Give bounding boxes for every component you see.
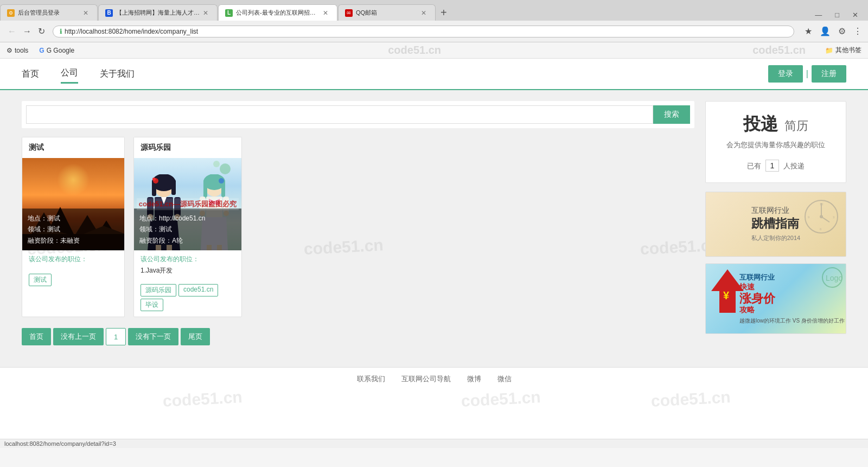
profile-button[interactable]: 👤 bbox=[818, 24, 832, 38]
company-overlay-1: 地点：测试 领域：测试 融资阶段：未融资 bbox=[22, 209, 124, 250]
next-page-button[interactable]: 没有下一页 bbox=[128, 328, 178, 345]
company-tag-1-0[interactable]: 测试 bbox=[29, 274, 52, 286]
arrow-decoration: ¥ bbox=[711, 269, 744, 314]
resume-title-sub: 简历 bbox=[784, 119, 808, 132]
folder-icon: 📁 bbox=[825, 47, 833, 54]
resume-desc: 会为您提供海量你感兴趣的职位 bbox=[714, 140, 837, 151]
nav-company[interactable]: 公司 bbox=[61, 64, 78, 84]
browser-tab-2[interactable]: B 【上海招聘网】海量上海人才招... ✕ bbox=[98, 4, 218, 21]
bookmark-google[interactable]: G G Google bbox=[37, 46, 76, 55]
company-tag-2-0[interactable]: 源码乐园 bbox=[141, 284, 176, 296]
watermark-bookmarks: code51.cn bbox=[83, 44, 746, 56]
forward-button[interactable]: → bbox=[20, 24, 35, 39]
company-funding-2: 融资阶段：A轮 bbox=[139, 235, 236, 246]
watermark-bottom-center: code51.cn bbox=[461, 388, 541, 411]
resume-title-main: 投递 bbox=[743, 114, 778, 134]
banner1-line3: 私人定制你的2014 bbox=[751, 234, 800, 242]
address-bar[interactable]: ℹ http://localhost:8082/home/index/compa… bbox=[53, 26, 794, 37]
svg-text:3: 3 bbox=[833, 216, 835, 219]
tab1-close[interactable]: ✕ bbox=[81, 8, 91, 18]
clock-decoration: 12 3 6 9 bbox=[802, 198, 840, 236]
search-button[interactable]: 搜索 bbox=[653, 105, 690, 124]
svg-text:12: 12 bbox=[820, 203, 824, 206]
first-page-button[interactable]: 首页 bbox=[22, 328, 51, 345]
sidebar-banner-2[interactable]: ¥ 互联网行业 快速 涨身价 攻略 越微越low的环境工作 VS 身价倍增的好工… bbox=[705, 263, 846, 334]
pagination: 首页 没有上一页 1 没有下一页 尾页 bbox=[22, 328, 694, 345]
company-card-2[interactable]: 源码乐园 bbox=[133, 137, 242, 317]
company-domain-2: 领域：测试 bbox=[139, 224, 236, 235]
footer-weibo[interactable]: 微博 bbox=[467, 374, 481, 384]
watermark-bookmarks-right: code51.cn bbox=[752, 44, 806, 56]
tab2-close[interactable]: ✕ bbox=[201, 8, 210, 18]
tab3-title: 公司列表-最专业的互联网招聘平... bbox=[236, 9, 321, 17]
footer-wechat[interactable]: 微信 bbox=[497, 374, 512, 384]
browser-tab-4[interactable]: ✉ QQ邮箱 ✕ bbox=[338, 4, 436, 21]
main-layout: 搜索 测试 bbox=[0, 90, 868, 367]
footer-company-nav[interactable]: 互联网公司导航 bbox=[401, 374, 451, 384]
svg-point-38 bbox=[820, 215, 823, 218]
resume-title-area: 投递 简历 bbox=[714, 112, 837, 136]
company-funding-1: 融资阶段：未融资 bbox=[28, 235, 119, 246]
nav-home[interactable]: 首页 bbox=[22, 65, 39, 83]
svg-text:6: 6 bbox=[820, 228, 822, 231]
sidebar-banner-1[interactable]: 12 3 6 9 互联网行业 跳槽指南 私人定制你的2014 bbox=[705, 192, 846, 257]
lock-icon: ℹ bbox=[60, 28, 62, 35]
auth-divider: | bbox=[806, 69, 808, 79]
tab4-favicon: ✉ bbox=[345, 9, 353, 17]
company-location-2: 地点：http://code51.cn bbox=[139, 213, 236, 224]
register-button[interactable]: 注册 bbox=[812, 65, 846, 83]
company-domain-1: 领域：测试 bbox=[28, 224, 119, 235]
company-card-1[interactable]: 测试 bbox=[22, 137, 125, 317]
tab1-favicon: ⚙ bbox=[7, 9, 15, 17]
login-button[interactable]: 登录 bbox=[768, 65, 803, 83]
bookmark-tools[interactable]: ⚙ tools bbox=[4, 46, 30, 55]
auth-buttons: 登录 | 注册 bbox=[768, 65, 846, 83]
footer-contact[interactable]: 联系我们 bbox=[357, 374, 385, 384]
company-jobs-title-2[interactable]: 该公司发布的职位： bbox=[141, 255, 235, 264]
svg-text:9: 9 bbox=[808, 216, 810, 219]
company-name-2: 源码乐园 bbox=[134, 137, 241, 158]
company-tags-1: 测试 bbox=[22, 270, 124, 292]
minimize-button[interactable]: — bbox=[809, 9, 827, 21]
svg-text:¥: ¥ bbox=[723, 289, 730, 301]
tab3-favicon: L bbox=[225, 9, 233, 17]
company-jobs-title-1[interactable]: 该公司发布的职位： bbox=[29, 255, 118, 264]
prev-page-button[interactable]: 没有上一页 bbox=[53, 328, 104, 345]
banner2-line3: 涨身价 bbox=[739, 292, 845, 305]
search-bar: 搜索 bbox=[22, 101, 694, 128]
company-tag-2-1[interactable]: code51.cn bbox=[178, 284, 218, 296]
search-input[interactable] bbox=[26, 105, 653, 124]
company-jobs-1: 该公司发布的职位： bbox=[22, 250, 124, 270]
close-button[interactable]: ✕ bbox=[847, 9, 864, 21]
back-button[interactable]: ← bbox=[4, 24, 20, 39]
last-page-button[interactable]: 尾页 bbox=[181, 328, 210, 345]
bookmark-star-button[interactable]: ★ bbox=[803, 24, 814, 38]
tab1-title: 后台管理员登录 bbox=[18, 9, 60, 17]
company-image-1: 地点：测试 领域：测试 融资阶段：未融资 bbox=[22, 158, 124, 250]
banner1-line1: 互联网行业 bbox=[751, 206, 800, 216]
tab4-close[interactable]: ✕ bbox=[419, 8, 429, 18]
address-url: http://localhost:8082/home/index/company… bbox=[65, 28, 787, 35]
current-page-button[interactable]: 1 bbox=[106, 328, 126, 345]
site-footer: 联系我们 互联网公司导航 微博 微信 bbox=[0, 367, 868, 390]
menu-button[interactable]: ⋮ bbox=[852, 24, 864, 38]
svg-rect-8 bbox=[171, 180, 176, 195]
tab2-title: 【上海招聘网】海量上海人才招... bbox=[116, 9, 201, 17]
browser-tab-3[interactable]: L 公司列表-最专业的互联网招聘平... ✕ bbox=[218, 4, 337, 21]
new-tab-button[interactable]: + bbox=[436, 4, 451, 21]
google-icon: G bbox=[39, 47, 44, 54]
bookmarks-bar: ⚙ tools G G Google code51.cn code51.cn 📁… bbox=[0, 42, 868, 59]
extensions-button[interactable]: ⚙ bbox=[837, 24, 847, 38]
banner2-sub: 越微越low的环境工作 VS 身价倍增的好工作 bbox=[739, 317, 845, 325]
nav-about[interactable]: 关于我们 bbox=[100, 65, 135, 83]
company-tag-2-2[interactable]: 毕设 bbox=[141, 299, 163, 311]
reload-button[interactable]: ↻ bbox=[35, 24, 48, 39]
browser-tab-1[interactable]: ⚙ 后台管理员登录 ✕ bbox=[0, 4, 98, 21]
svg-rect-22 bbox=[203, 180, 207, 199]
banner1-line2: 跳槽指南 bbox=[751, 216, 800, 232]
main-nav: 首页 公司 关于我们 bbox=[22, 64, 135, 84]
maximize-button[interactable]: □ bbox=[829, 9, 845, 21]
banner2-line4: 攻略 bbox=[739, 305, 845, 315]
tab3-close[interactable]: ✕ bbox=[321, 8, 330, 18]
bookmark-others[interactable]: 📁 其他书签 bbox=[823, 45, 864, 56]
